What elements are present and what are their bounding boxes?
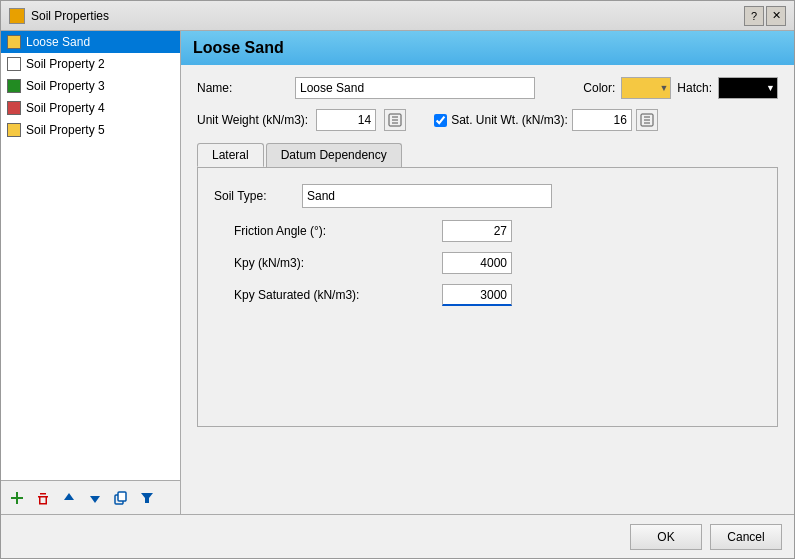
sidebar-item-soil-property-5[interactable]: Soil Property 5: [1, 119, 180, 141]
tab-datum-dependency[interactable]: Datum Dependency: [266, 143, 402, 167]
prop-row-0: Friction Angle (°):: [214, 220, 761, 242]
soil-type-row: Soil Type: Sand Clay Rock: [214, 184, 761, 208]
bottom-bar: OK Cancel: [1, 514, 794, 558]
prop-label-2: Kpy Saturated (kN/m3):: [234, 288, 434, 302]
prop-label-0: Friction Angle (°):: [234, 224, 434, 238]
sat-checkbox[interactable]: [434, 114, 447, 127]
tabs-header: Lateral Datum Dependency: [197, 143, 778, 167]
sat-calc-button[interactable]: [636, 109, 658, 131]
sidebar-label-soil-property-2: Soil Property 2: [26, 57, 105, 71]
prop-input-0[interactable]: [442, 220, 512, 242]
sidebar: Loose SandSoil Property 2Soil Property 3…: [1, 31, 181, 514]
hatch-dropdown-arrow: ▼: [766, 83, 775, 93]
sat-unit-weight-input[interactable]: [572, 109, 632, 131]
sidebar-item-soil-property-3[interactable]: Soil Property 3: [1, 75, 180, 97]
tab-lateral[interactable]: Lateral: [197, 143, 264, 167]
move-down-button[interactable]: [83, 486, 107, 510]
main-content: Name: Color: ▼ Hatch: ▼ U: [181, 65, 794, 514]
svg-marker-7: [64, 493, 74, 500]
ok-button[interactable]: OK: [630, 524, 702, 550]
unit-weight-label: Unit Weight (kN/m3):: [197, 113, 308, 127]
unit-weight-input[interactable]: [316, 109, 376, 131]
tabs-area: Lateral Datum Dependency Soil Type: Sand…: [197, 143, 778, 427]
name-label: Name:: [197, 81, 287, 95]
title-bar-buttons: ? ✕: [744, 6, 786, 26]
svg-rect-10: [118, 492, 126, 501]
main-header: Loose Sand: [181, 31, 794, 65]
color-section: Color: ▼ Hatch: ▼: [583, 77, 778, 99]
name-input[interactable]: [295, 77, 535, 99]
sidebar-label-soil-property-5: Soil Property 5: [26, 123, 105, 137]
sat-checkbox-row: Sat. Unit Wt. (kN/m3):: [434, 109, 658, 131]
hatch-dropdown[interactable]: ▼: [718, 77, 778, 99]
dialog-content: Loose SandSoil Property 2Soil Property 3…: [1, 31, 794, 514]
unit-weight-calc-button[interactable]: [384, 109, 406, 131]
svg-rect-1: [11, 497, 23, 499]
sidebar-label-loose-sand: Loose Sand: [26, 35, 90, 49]
sidebar-color-soil-property-2: [7, 57, 21, 71]
prop-input-1[interactable]: [442, 252, 512, 274]
prop-label-1: Kpy (kN/m3):: [234, 256, 434, 270]
title-bar: Soil Properties ? ✕: [1, 1, 794, 31]
soil-type-select[interactable]: Sand Clay Rock: [302, 184, 552, 208]
svg-marker-11: [141, 493, 153, 503]
dialog-title: Soil Properties: [31, 9, 109, 23]
main-header-title: Loose Sand: [193, 39, 284, 57]
properties-container: Friction Angle (°):Kpy (kN/m3):Kpy Satur…: [214, 220, 761, 306]
dialog-icon: [9, 8, 25, 24]
sidebar-item-soil-property-4[interactable]: Soil Property 4: [1, 97, 180, 119]
svg-rect-4: [39, 497, 41, 503]
prop-row-1: Kpy (kN/m3):: [214, 252, 761, 274]
sidebar-color-soil-property-4: [7, 101, 21, 115]
sidebar-list: Loose SandSoil Property 2Soil Property 3…: [1, 31, 180, 480]
help-button[interactable]: ?: [744, 6, 764, 26]
sidebar-toolbar: [1, 480, 180, 514]
move-up-button[interactable]: [57, 486, 81, 510]
svg-rect-3: [40, 493, 46, 495]
sidebar-color-soil-property-3: [7, 79, 21, 93]
hatch-label: Hatch:: [677, 81, 712, 95]
sidebar-label-soil-property-4: Soil Property 4: [26, 101, 105, 115]
main-panel: Loose Sand Name: Color: ▼ Hatch: ▼: [181, 31, 794, 514]
filter-button[interactable]: [135, 486, 159, 510]
sidebar-item-loose-sand[interactable]: Loose Sand: [1, 31, 180, 53]
svg-marker-8: [90, 496, 100, 503]
svg-rect-6: [39, 503, 47, 505]
soil-type-select-wrapper: Sand Clay Rock: [302, 184, 552, 208]
svg-rect-5: [46, 497, 48, 503]
add-button[interactable]: [5, 486, 29, 510]
cancel-button[interactable]: Cancel: [710, 524, 782, 550]
unit-weight-row: Unit Weight (kN/m3): Sat. Unit Wt. (kN/m…: [197, 109, 778, 131]
delete-button[interactable]: [31, 486, 55, 510]
prop-input-2[interactable]: [442, 284, 512, 306]
copy-button[interactable]: [109, 486, 133, 510]
soil-properties-dialog: Soil Properties ? ✕ Loose SandSoil Prope…: [0, 0, 795, 559]
color-dropdown-arrow: ▼: [659, 83, 668, 93]
title-bar-left: Soil Properties: [9, 8, 109, 24]
sidebar-label-soil-property-3: Soil Property 3: [26, 79, 105, 93]
sidebar-color-loose-sand: [7, 35, 21, 49]
close-button[interactable]: ✕: [766, 6, 786, 26]
sidebar-item-soil-property-2[interactable]: Soil Property 2: [1, 53, 180, 75]
color-dropdown[interactable]: ▼: [621, 77, 671, 99]
sat-label: Sat. Unit Wt. (kN/m3):: [451, 113, 568, 127]
tab-content: Soil Type: Sand Clay Rock Friction Angle…: [197, 167, 778, 427]
name-row: Name: Color: ▼ Hatch: ▼: [197, 77, 778, 99]
prop-row-2: Kpy Saturated (kN/m3):: [214, 284, 761, 306]
soil-type-label: Soil Type:: [214, 189, 294, 203]
sidebar-color-soil-property-5: [7, 123, 21, 137]
color-label: Color:: [583, 81, 615, 95]
